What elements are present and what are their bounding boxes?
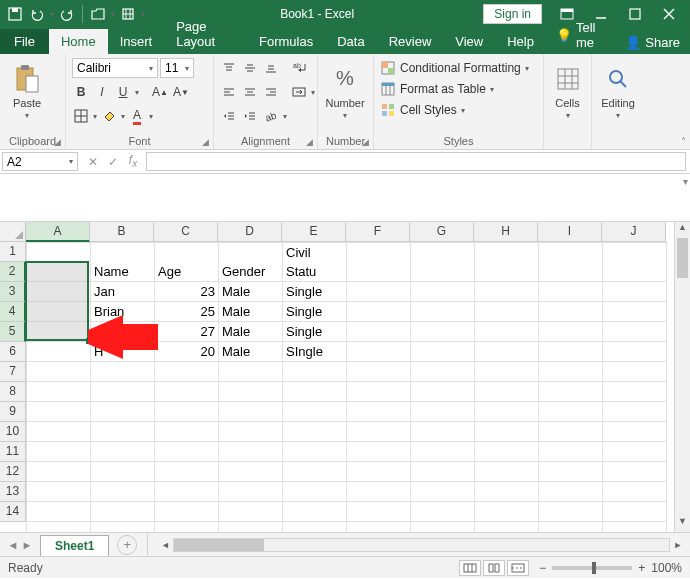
cell-J14[interactable]: [603, 522, 667, 533]
scroll-thumb-vertical[interactable]: [677, 238, 688, 278]
cell-J5[interactable]: [603, 342, 667, 362]
cell-J6[interactable]: [603, 362, 667, 382]
number-dropdown-icon[interactable]: ▾: [343, 111, 347, 120]
cell-I9[interactable]: [539, 422, 603, 442]
merge-center-button[interactable]: [290, 83, 308, 101]
tab-formulas[interactable]: Formulas: [247, 29, 325, 54]
undo-dropdown-icon[interactable]: ▾: [50, 10, 54, 19]
cell-I3[interactable]: [539, 302, 603, 322]
cell-A4[interactable]: [27, 322, 91, 342]
cell-H4[interactable]: [475, 322, 539, 342]
cell-E8[interactable]: [283, 402, 347, 422]
cell-E4[interactable]: Single: [283, 322, 347, 342]
row-header-11[interactable]: 11: [0, 442, 26, 462]
view-normal-button[interactable]: [459, 560, 481, 576]
row-header-3[interactable]: 3: [0, 282, 26, 302]
row-header-10[interactable]: 10: [0, 422, 26, 442]
cell-D8[interactable]: [219, 402, 283, 422]
cell-H11[interactable]: [475, 462, 539, 482]
cell-styles-button[interactable]: Cell Styles ▾: [380, 100, 529, 120]
decrease-font-button[interactable]: A▼: [172, 83, 190, 101]
cell-B14[interactable]: [91, 522, 155, 533]
row-header-4[interactable]: 4: [0, 302, 26, 322]
column-header-B[interactable]: B: [90, 222, 154, 242]
scroll-right-button[interactable]: ►: [670, 540, 686, 550]
column-header-J[interactable]: J: [602, 222, 666, 242]
cell-G9[interactable]: [411, 422, 475, 442]
cell-B13[interactable]: [91, 502, 155, 522]
cell-D12[interactable]: [219, 482, 283, 502]
scroll-up-button[interactable]: ▲: [675, 222, 690, 238]
row-header-8[interactable]: 8: [0, 382, 26, 402]
cell-C11[interactable]: [155, 462, 219, 482]
format-as-table-button[interactable]: Format as Table ▾: [380, 79, 529, 99]
align-top-button[interactable]: [220, 59, 238, 77]
cell-F12[interactable]: [347, 482, 411, 502]
bold-button[interactable]: B: [72, 83, 90, 101]
column-headers[interactable]: ABCDEFGHIJ: [26, 222, 666, 242]
save-icon[interactable]: [6, 5, 24, 23]
cell-G10[interactable]: [411, 442, 475, 462]
cell-E1[interactable]: Civil Statu: [283, 243, 347, 282]
cell-I6[interactable]: [539, 362, 603, 382]
cell-D9[interactable]: [219, 422, 283, 442]
cell-C3[interactable]: 25: [155, 302, 219, 322]
cell-D2[interactable]: Male: [219, 282, 283, 302]
sheet-tab-active[interactable]: Sheet1: [40, 535, 109, 556]
quickprint-icon[interactable]: [119, 5, 137, 23]
cell-I4[interactable]: [539, 322, 603, 342]
cell-D5[interactable]: Male: [219, 342, 283, 362]
cell-J9[interactable]: [603, 422, 667, 442]
underline-button[interactable]: U: [114, 83, 132, 101]
font-name-combo[interactable]: Calibri▾: [72, 58, 158, 78]
cell-E13[interactable]: [283, 502, 347, 522]
cell-I2[interactable]: [539, 282, 603, 302]
qat-customize-icon[interactable]: ▾: [141, 10, 145, 19]
cell-F1[interactable]: [347, 243, 411, 282]
vertical-scrollbar[interactable]: ▲ ▼: [674, 222, 690, 532]
cell-I12[interactable]: [539, 482, 603, 502]
cell-J8[interactable]: [603, 402, 667, 422]
increase-indent-button[interactable]: [241, 107, 259, 125]
borders-dropdown[interactable]: ▾: [93, 112, 97, 121]
cell-D6[interactable]: [219, 362, 283, 382]
cell-E9[interactable]: [283, 422, 347, 442]
editing-button[interactable]: Editing▾: [598, 58, 638, 124]
cell-A14[interactable]: [27, 522, 91, 533]
cell-F6[interactable]: [347, 362, 411, 382]
column-header-C[interactable]: C: [154, 222, 218, 242]
column-header-G[interactable]: G: [410, 222, 474, 242]
cell-H12[interactable]: [475, 482, 539, 502]
cell-I1[interactable]: [539, 243, 603, 282]
tell-me[interactable]: 💡Tell me: [546, 16, 615, 54]
cell-A6[interactable]: [27, 362, 91, 382]
cell-D13[interactable]: [219, 502, 283, 522]
cell-H6[interactable]: [475, 362, 539, 382]
fx-icon[interactable]: fx: [124, 153, 142, 169]
cell-B10[interactable]: [91, 442, 155, 462]
cell-B11[interactable]: [91, 462, 155, 482]
cell-E7[interactable]: [283, 382, 347, 402]
cell-F7[interactable]: [347, 382, 411, 402]
cell-B12[interactable]: [91, 482, 155, 502]
cell-H7[interactable]: [475, 382, 539, 402]
collapse-ribbon-icon[interactable]: ˄: [681, 136, 686, 147]
fill-color-button[interactable]: [100, 107, 118, 125]
scroll-down-button[interactable]: ▼: [675, 516, 690, 532]
cell-J3[interactable]: [603, 302, 667, 322]
cell-I11[interactable]: [539, 462, 603, 482]
cell-F10[interactable]: [347, 442, 411, 462]
worksheet-grid[interactable]: ABCDEFGHIJ 1234567891011121314 NameAgeGe…: [0, 222, 690, 532]
horizontal-scrollbar[interactable]: ◄ ►: [157, 538, 686, 552]
cell-B6[interactable]: [91, 362, 155, 382]
cell-C8[interactable]: [155, 402, 219, 422]
row-header-13[interactable]: 13: [0, 482, 26, 502]
cell-E6[interactable]: [283, 362, 347, 382]
font-size-combo[interactable]: 11▾: [160, 58, 194, 78]
cell-H13[interactable]: [475, 502, 539, 522]
cell-C14[interactable]: [155, 522, 219, 533]
cell-D1[interactable]: Gender: [219, 243, 283, 282]
cell-A8[interactable]: [27, 402, 91, 422]
alignment-dialog-launcher[interactable]: ◢: [306, 137, 313, 147]
cell-A9[interactable]: [27, 422, 91, 442]
